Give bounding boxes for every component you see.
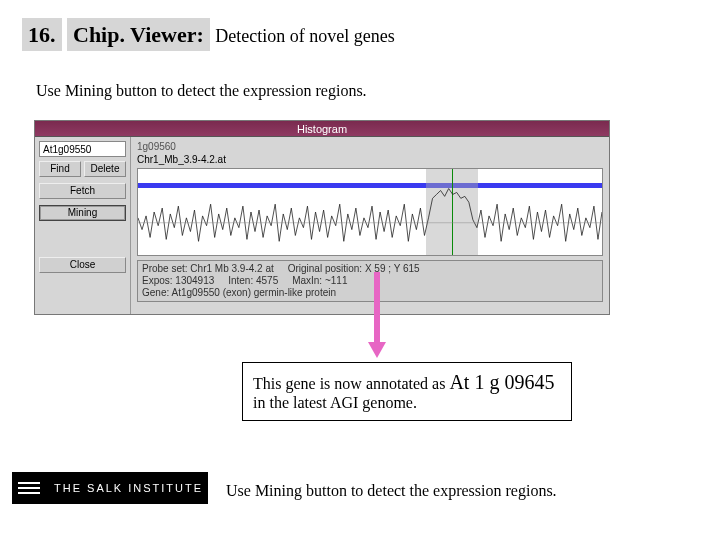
callout-line1: This gene is now annotated as bbox=[253, 375, 449, 392]
arrow-icon bbox=[370, 272, 384, 360]
delete-button[interactable]: Delete bbox=[84, 161, 126, 177]
close-button[interactable]: Close bbox=[39, 257, 126, 273]
salk-logo: THE SALK INSTITUTE bbox=[12, 472, 208, 504]
slide-title: 16. Chip. Viewer: Detection of novel gen… bbox=[22, 22, 395, 48]
annotation-callout: This gene is now annotated as At 1 g 096… bbox=[242, 362, 572, 421]
salk-logo-text: THE SALK INSTITUTE bbox=[54, 482, 203, 494]
histogram-svg bbox=[138, 169, 602, 255]
callout-line2: in the latest AGI genome. bbox=[253, 394, 417, 411]
gene-id-input[interactable] bbox=[39, 141, 126, 157]
fetch-button[interactable]: Fetch bbox=[39, 183, 126, 199]
title-number: 16. bbox=[22, 18, 62, 51]
salk-logo-icon bbox=[12, 472, 46, 504]
callout-gene-id: At 1 g 09645 bbox=[449, 371, 554, 393]
title-sub: Detection of novel genes bbox=[215, 26, 394, 46]
status-maxin: MaxIn: ~111 bbox=[292, 275, 347, 286]
status-probeset: Probe set: Chr1 Mb 3.9-4.2 at bbox=[142, 263, 274, 274]
status-expos: Expos: 1304913 bbox=[142, 275, 214, 286]
mining-button[interactable]: Mining bbox=[39, 205, 126, 221]
lead-text: Use Mining button to detect the expressi… bbox=[36, 82, 367, 100]
status-origpos: Original position: X 59 ; Y 615 bbox=[288, 263, 420, 274]
chipviewer-window: Histogram Find Delete Fetch Mining Close… bbox=[34, 120, 610, 315]
track-label: 1g09560 bbox=[137, 141, 603, 152]
footer-text: Use Mining button to detect the expressi… bbox=[226, 482, 557, 500]
histogram-plot[interactable] bbox=[137, 168, 603, 256]
coord-label: Chr1_Mb_3.9-4.2.at bbox=[137, 154, 603, 165]
window-titlebar: Histogram bbox=[35, 121, 609, 137]
title-main: Chip. Viewer: bbox=[67, 18, 210, 51]
sidebar: Find Delete Fetch Mining Close bbox=[35, 137, 131, 314]
find-button[interactable]: Find bbox=[39, 161, 81, 177]
status-inten: Inten: 4575 bbox=[228, 275, 278, 286]
